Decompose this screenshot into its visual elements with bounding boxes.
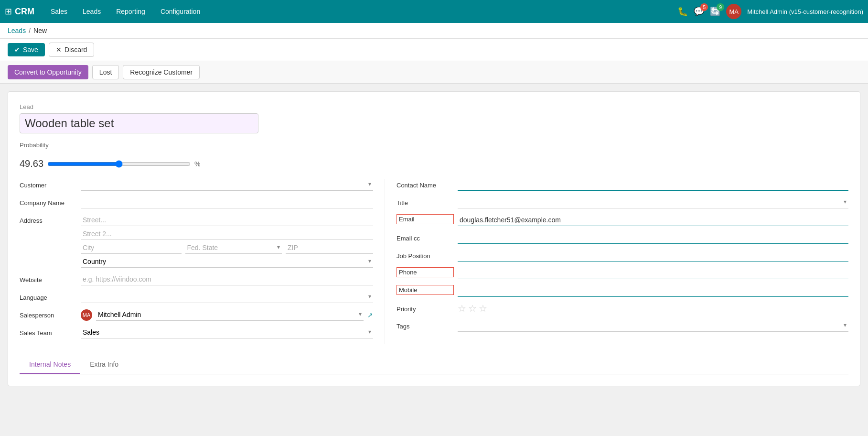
breadcrumb-current: New xyxy=(33,27,47,34)
priority-field-row: Priority ☆ ☆ ☆ xyxy=(396,303,848,314)
tags-control xyxy=(458,320,848,332)
messages-icon[interactable]: 💬 5 xyxy=(694,6,704,17)
title-select-wrapper xyxy=(458,196,848,208)
street-input[interactable] xyxy=(81,214,373,226)
menu-item-leads[interactable]: Leads xyxy=(76,5,107,18)
app-brand[interactable]: CRM xyxy=(15,7,34,17)
company-name-input[interactable] xyxy=(81,196,373,208)
contact-name-input[interactable] xyxy=(458,179,848,191)
email-input[interactable] xyxy=(458,214,848,226)
sales-team-select-wrapper: Sales xyxy=(81,327,373,338)
salesperson-select[interactable]: Mitchell Admin xyxy=(96,309,364,321)
updates-icon[interactable]: 🔄 9 xyxy=(710,6,720,17)
tabs-bar: Internal Notes Extra Info xyxy=(20,356,848,374)
username-label[interactable]: Mitchell Admin (v15-customer-recognition… xyxy=(747,8,863,15)
language-select[interactable] xyxy=(81,291,373,303)
phone-input[interactable] xyxy=(458,267,848,279)
lead-name-input[interactable] xyxy=(20,113,258,133)
star-2[interactable]: ☆ xyxy=(468,303,477,314)
sales-team-label: Sales Team xyxy=(20,327,77,337)
street2-input[interactable] xyxy=(81,228,373,240)
breadcrumb-parent[interactable]: Leads xyxy=(8,27,26,34)
job-position-field-row: Job Position xyxy=(396,250,848,262)
menu-item-reporting[interactable]: Reporting xyxy=(109,5,152,18)
zip-input[interactable] xyxy=(286,242,373,254)
phone-control xyxy=(458,267,848,279)
city-state-zip-row: Fed. State xyxy=(81,242,373,254)
close-icon: ✕ xyxy=(56,46,62,54)
title-select[interactable] xyxy=(458,196,848,208)
salesperson-control: MA Mitchell Admin ↗ xyxy=(81,309,373,321)
lost-button[interactable]: Lost xyxy=(92,65,119,79)
apps-icon: ⊞ xyxy=(5,6,12,17)
city-input[interactable] xyxy=(81,242,182,254)
email-cc-label: Email cc xyxy=(396,232,454,242)
menu-item-configuration[interactable]: Configuration xyxy=(154,5,207,18)
sales-team-field-row: Sales Team Sales xyxy=(20,327,373,338)
star-3[interactable]: ☆ xyxy=(479,303,487,314)
probability-percent-symbol: % xyxy=(194,160,200,168)
top-menu: Sales Leads Reporting Configuration xyxy=(44,5,677,18)
recognize-customer-button[interactable]: Recognize Customer xyxy=(123,65,200,79)
contact-name-control xyxy=(458,179,848,191)
form-section-title: Lead xyxy=(20,103,848,110)
star-1[interactable]: ☆ xyxy=(458,303,466,314)
country-select-wrapper: Country xyxy=(81,256,373,268)
country-select[interactable]: Country xyxy=(81,256,373,268)
job-position-control xyxy=(458,250,848,262)
phone-field-row: Phone xyxy=(396,267,848,279)
grid-menu-icon[interactable]: ⊞ xyxy=(5,6,12,17)
website-control xyxy=(81,273,373,285)
menu-item-sales[interactable]: Sales xyxy=(44,5,74,18)
address-block: Fed. State Country xyxy=(81,214,373,268)
mobile-field-row: Mobile xyxy=(396,285,848,297)
user-avatar[interactable]: MA xyxy=(726,4,741,19)
form-card: Lead Probability 49.63 % Customer xyxy=(8,91,860,386)
email-control xyxy=(458,214,848,226)
form-body: Customer Company Name xyxy=(20,179,848,344)
website-input[interactable] xyxy=(81,273,373,285)
tags-field-row: Tags xyxy=(396,320,848,332)
priority-control: ☆ ☆ ☆ xyxy=(458,303,848,314)
debug-icon[interactable]: 🐛 xyxy=(677,6,688,17)
contact-name-field-row: Contact Name xyxy=(396,179,848,191)
tab-extra-info[interactable]: Extra Info xyxy=(80,356,128,374)
fed-state-wrapper: Fed. State xyxy=(185,242,282,254)
breadcrumb: Leads / New xyxy=(0,23,868,39)
convert-to-opportunity-button[interactable]: Convert to Opportunity xyxy=(8,65,88,79)
probability-row: Probability xyxy=(20,141,848,149)
form-right-column: Contact Name Title xyxy=(385,179,848,344)
salesperson-external-link-icon[interactable]: ↗ xyxy=(367,311,373,319)
salesperson-avatar: MA xyxy=(81,309,92,321)
address-field-row: Address Fed. State xyxy=(20,214,373,268)
probability-value: 49.63 xyxy=(20,158,43,169)
discard-label: Discard xyxy=(64,46,87,54)
breadcrumb-separator: / xyxy=(29,27,31,34)
custom-actions-bar: Convert to Opportunity Lost Recognize Cu… xyxy=(0,61,868,84)
fed-state-select[interactable]: Fed. State xyxy=(185,242,282,254)
job-position-input[interactable] xyxy=(458,250,848,262)
language-field-row: Language xyxy=(20,291,373,303)
discard-button[interactable]: ✕ Discard xyxy=(49,43,94,57)
salesperson-label: Salesperson xyxy=(20,309,77,319)
probability-slider[interactable] xyxy=(47,160,191,168)
email-cc-control xyxy=(458,232,848,244)
sales-team-select[interactable]: Sales xyxy=(81,327,373,338)
mobile-input[interactable] xyxy=(458,285,848,297)
messages-badge: 5 xyxy=(700,3,708,11)
form-left-column: Customer Company Name xyxy=(20,179,373,344)
company-name-label: Company Name xyxy=(20,196,77,207)
email-cc-input[interactable] xyxy=(458,232,848,244)
customer-control xyxy=(81,179,373,191)
tab-internal-notes[interactable]: Internal Notes xyxy=(20,356,80,374)
customer-select-wrapper xyxy=(81,179,373,191)
tags-select[interactable] xyxy=(458,320,848,332)
email-field-row: Email xyxy=(396,214,848,226)
tags-label: Tags xyxy=(396,320,454,330)
action-bar: ✔ Save ✕ Discard xyxy=(0,39,868,61)
title-label: Title xyxy=(396,196,454,207)
save-button[interactable]: ✔ Save xyxy=(8,43,45,56)
save-label: Save xyxy=(23,46,38,54)
customer-select[interactable] xyxy=(81,179,373,191)
priority-stars: ☆ ☆ ☆ xyxy=(458,303,848,314)
